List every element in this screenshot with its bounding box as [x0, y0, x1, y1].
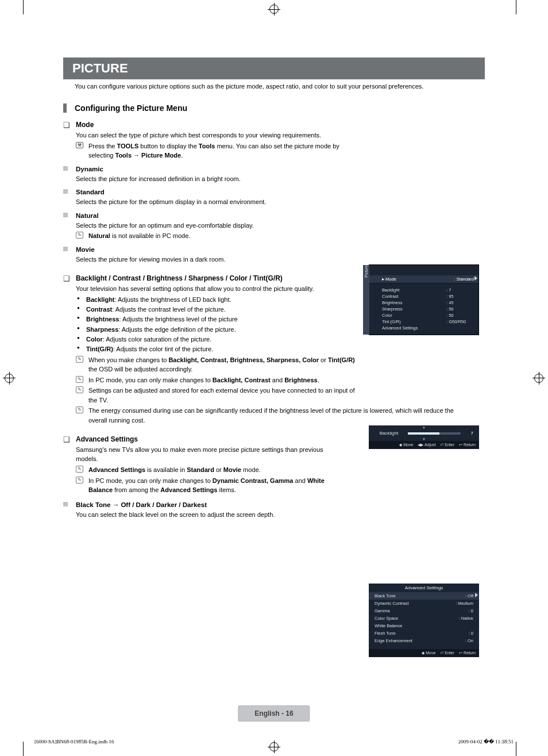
tools-icon: ⚒	[76, 142, 83, 148]
note-icon: ✎	[76, 232, 83, 239]
natural-desc: Selects the picture for an optimum and e…	[76, 221, 356, 231]
blacktone-heading: Black Tone → Off / Dark / Darker / Darke…	[76, 501, 207, 508]
mode-desc: You can select the type of picture which…	[76, 131, 356, 140]
tools-text: Press the TOOLS button to display the To…	[88, 143, 339, 159]
note-icon: ✎	[76, 406, 83, 413]
settings-desc: Your television has several setting opti…	[76, 285, 356, 294]
mode-heading: Mode	[76, 121, 94, 129]
square-bullet-icon	[63, 189, 68, 194]
color-item: Color: Adjusts color saturation of the p…	[76, 335, 356, 344]
standard-desc: Selects the picture for the optimum disp…	[76, 197, 356, 207]
list-bullet-icon: ❑	[63, 274, 70, 283]
registration-mark-icon	[534, 374, 543, 383]
note-stored: Settings can be adjusted and stored for …	[88, 387, 355, 404]
dynamic-heading: Dynamic	[76, 166, 103, 172]
note-pc: In PC mode, you can only make changes to…	[88, 377, 319, 383]
sharpness-item: Sharpness: Adjusts the edge definition o…	[76, 325, 356, 335]
blacktone-desc: You can select the black level on the sc…	[76, 510, 356, 520]
note-energy: The energy consumed during use can be si…	[88, 407, 454, 424]
natural-note: Natural is not available in PC mode.	[88, 232, 190, 239]
intro-text: You can configure various picture option…	[75, 83, 485, 90]
natural-heading: Natural	[76, 212, 99, 219]
page-title: PICTURE	[63, 57, 485, 79]
note-osd: When you make changes to Backlight, Cont…	[88, 356, 355, 373]
adv-note2: In PC mode, you can only make changes to…	[88, 477, 325, 494]
section-marker-icon	[63, 103, 67, 113]
square-bullet-icon	[63, 213, 68, 217]
dynamic-desc: Selects the picture for increased defini…	[76, 174, 356, 184]
backlight-item: Backlight: Adjusts the brightness of LED…	[76, 295, 356, 305]
note-icon: ✎	[76, 356, 83, 363]
settings-heading: Backlight / Contrast / Brightness / Shar…	[76, 274, 283, 282]
osd-advanced-settings: Advanced Settings Black Tone: OffDynamic…	[369, 584, 479, 657]
note-icon: ✎	[76, 477, 83, 483]
movie-desc: Selects the picture for viewing movies i…	[76, 255, 356, 264]
registration-mark-icon	[5, 374, 14, 383]
brightness-item: Brightness: Adjusts the brightness level…	[76, 314, 356, 324]
tint-item: Tint(G/R): Adjusts the color tint of the…	[76, 344, 356, 354]
movie-heading: Movie	[76, 246, 95, 253]
osd-backlight-slider: ▲ Backlight 7 ▼ ◆ Move◀▶ Adjust⏎ Enter↩ …	[369, 425, 479, 449]
note-icon: ✎	[76, 466, 83, 473]
section-title: Configuring the Picture Menu	[75, 103, 187, 113]
square-bullet-icon	[63, 247, 68, 251]
adv-note1: Advanced Settings is available in Standa…	[88, 466, 261, 473]
square-bullet-icon	[63, 502, 68, 506]
standard-heading: Standard	[76, 189, 105, 195]
square-bullet-icon	[63, 166, 68, 171]
osd-picture-menu: Picture ▸ Mode : Standard Backlight: 7Co…	[369, 264, 479, 335]
footer-right: 2009-04-02 �� 11:38:51	[458, 739, 514, 745]
list-bullet-icon: ❑	[63, 121, 70, 129]
note-icon: ✎	[76, 376, 83, 383]
note-icon: ✎	[76, 386, 83, 393]
footer-left: [6000-SA]BN68-01985B-Eng.indb 16	[34, 739, 114, 745]
advanced-desc: Samsung's new TVs allow you to make even…	[76, 446, 346, 464]
page-footer-center: English - 16	[238, 705, 310, 722]
contrast-item: Contrast: Adjusts the contrast level of …	[76, 305, 356, 314]
advanced-heading: Advanced Settings	[76, 435, 138, 443]
list-bullet-icon: ❑	[63, 435, 70, 444]
